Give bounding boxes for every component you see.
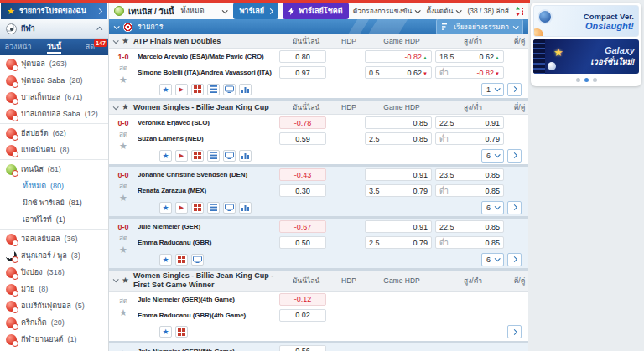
sidebar-subitem-tennis-outright[interactable]: เอาท์ไรท์ (1) [0, 211, 108, 228]
sort-dropdown[interactable]: เรียงอย่างธรรมดา [436, 19, 523, 34]
promo-banner-galaxy[interactable]: ★ Galaxy เวอร์ชั่นใหม่! [533, 39, 639, 74]
sidebar-item-cricket[interactable]: คริกเก็ต (20) [0, 314, 108, 331]
carousel-dot[interactable] [593, 78, 597, 82]
ou-odds-box[interactable]: 23.5 0.85 [435, 168, 504, 181]
ou-odds-box[interactable]: 22.5 0.91 [435, 116, 504, 129]
favorite-icon[interactable]: ★ [159, 254, 172, 266]
lucky-parlay-button[interactable]: พาร์เลย์โชคดี [283, 3, 349, 19]
game-hdp-odds-box[interactable]: 0.91 [365, 168, 432, 181]
favorite-icon[interactable]: ★ [159, 326, 172, 338]
open-match-button[interactable] [507, 201, 522, 214]
sidebar-item-badminton[interactable]: แบดมินตัน (8) [0, 142, 108, 158]
ou-odds-box[interactable]: 22.5 0.85 [435, 220, 504, 233]
play-stream-icon[interactable]: ▶ [175, 202, 188, 214]
ou-odds-box[interactable]: 18.5 0.62▲ [435, 50, 504, 63]
game-hdp-odds-box[interactable]: 0.5 0.62▼ [365, 66, 432, 79]
from-start-dropdown[interactable]: ตั้งแต่ต้น [426, 5, 460, 17]
tab-today[interactable]: วันนี้ [36, 39, 72, 55]
sidebar-item-esports[interactable]: อีสปอร์ต (62) [0, 125, 108, 142]
carousel-dot-active[interactable] [584, 78, 589, 82]
favorite-icon[interactable]: ★ [159, 202, 172, 214]
sidebar-item-snooker[interactable]: สนุกเกอร์ / พูล (3) [0, 247, 108, 264]
ml-odds-box[interactable]: -0.67 [279, 220, 326, 233]
stats-icon[interactable] [207, 84, 220, 95]
favorite-icon[interactable]: ★ [159, 84, 172, 95]
sidebar-item-basketball-saba[interactable]: บาสเกตบอล Saba (12) [0, 106, 108, 122]
bet-grid-icon[interactable] [175, 254, 188, 266]
sidebar-subitem-tennis-mix-parlay[interactable]: มิกซ์ พาร์เลย์ (81) [0, 194, 108, 211]
more-markets-dropdown[interactable]: 1 [481, 83, 504, 96]
ml-odds-box[interactable]: -0.78 [279, 116, 326, 129]
league-star-icon[interactable]: ★ [122, 276, 129, 285]
league-title-group[interactable]: ★ ATP Finals Men Doubles [109, 37, 279, 45]
open-match-button[interactable] [507, 253, 522, 266]
ou-odds-box[interactable]: ต่ำ -0.82▼ [435, 66, 504, 79]
ou-odds-box[interactable]: ต่ำ 0.79 [435, 132, 504, 145]
game-hdp-odds-box[interactable]: 0.85 [365, 116, 432, 129]
match-filter-dropdown[interactable]: ตัวกรองการแข่งขัน [353, 5, 420, 17]
ml-odds-box[interactable]: 0.30 [279, 184, 326, 197]
tab-live[interactable]: สด 147 [72, 39, 108, 55]
collapse-all-chevron-icon[interactable] [114, 23, 120, 29]
bet-grid-icon[interactable] [175, 326, 188, 338]
tv-icon[interactable] [223, 202, 236, 214]
sidebar-item-table-tennis[interactable]: ปิงปอง (318) [0, 264, 108, 281]
tab-early[interactable]: ล่วงหน้า [0, 39, 36, 55]
game-hdp-odds-box[interactable]: 0.91 [365, 220, 432, 233]
play-stream-icon[interactable]: ▶ [175, 150, 188, 162]
ml-odds-box[interactable]: 0.97 [279, 66, 326, 79]
favorites-bar[interactable]: ★ รายการโปรดของฉัน [1, 3, 107, 19]
league-title-group[interactable]: ★ Women Singles - Billie Jean King Cup -… [109, 271, 279, 290]
league-count[interactable]: (38 / 38) ลีกส์ [467, 5, 509, 17]
bet-grid-icon[interactable] [191, 150, 204, 162]
sidebar-item-volleyball[interactable]: วอลเลย์บอล (36) [0, 230, 108, 247]
sidebar-item-american-football[interactable]: อเมริกันฟุตบอล (5) [0, 297, 108, 314]
favorite-star-icon[interactable]: ★ [119, 308, 127, 317]
sidebar-item-baseball[interactable]: เบสบอล (9) [0, 348, 108, 351]
game-hdp-odds-box[interactable]: 3.5 0.79 [365, 184, 432, 197]
bet-grid-icon[interactable] [191, 202, 204, 214]
favorite-star-icon[interactable]: ★ [119, 142, 127, 151]
bet-grid-icon[interactable] [191, 84, 204, 95]
sort-odds-icon[interactable] [516, 7, 523, 16]
league-star-icon[interactable]: ★ [122, 37, 129, 45]
ml-odds-box[interactable]: 0.80 [279, 50, 326, 63]
carousel-dot[interactable] [576, 78, 580, 82]
favorite-star-icon[interactable]: ★ [119, 245, 127, 255]
sidebar-item-tennis[interactable]: เทนนิส (81) [0, 161, 108, 178]
favorite-star-icon[interactable]: ★ [119, 75, 127, 85]
sidebar-item-boxing[interactable]: มวย (8) [0, 281, 108, 297]
more-markets-dropdown[interactable]: 6 [481, 201, 504, 214]
stats-icon[interactable] [207, 150, 220, 162]
stats-icon[interactable] [207, 202, 220, 214]
ml-odds-box[interactable]: -0.12 [279, 293, 326, 306]
sidebar-subitem-tennis-all[interactable]: ทั้งหมด (80) [0, 178, 108, 194]
parlay-button[interactable]: พาร์เลย์ [233, 3, 278, 19]
game-hdp-odds-box[interactable]: -0.82▲ [365, 50, 432, 63]
sports-section-header[interactable]: กีฬา [0, 19, 108, 39]
more-markets-dropdown[interactable]: 6 [481, 253, 504, 266]
tv-icon[interactable] [223, 150, 236, 162]
favorite-icon[interactable]: ★ [159, 150, 172, 162]
ml-odds-box[interactable]: 0.59 [279, 132, 326, 145]
game-hdp-odds-box[interactable]: 2.5 0.79 [365, 236, 432, 249]
ml-odds-box[interactable]: -0.43 [279, 168, 326, 181]
more-markets-dropdown[interactable]: 6 [481, 149, 504, 163]
ml-odds-box[interactable]: 0.02 [279, 309, 326, 322]
open-match-button[interactable] [507, 325, 522, 338]
ml-odds-box[interactable]: 0.56 [279, 345, 326, 351]
ml-odds-box[interactable]: 0.50 [279, 236, 326, 249]
sidebar-item-football-saba[interactable]: ฟุตบอล Saba (28) [0, 72, 108, 89]
open-match-button[interactable] [507, 83, 522, 96]
chart-icon[interactable] [239, 150, 252, 162]
ou-odds-box[interactable]: ต่ำ 0.85 [435, 236, 504, 249]
league-title-group[interactable]: ★ Women Singles - Billie Jean King Cup [109, 103, 279, 111]
sidebar-item-motorsport[interactable]: กีฬายานยนต์ (1) [0, 331, 108, 348]
open-match-button[interactable] [507, 149, 522, 163]
promo-banner-compact[interactable]: Compact Ver. Onslaught! [533, 5, 639, 37]
chart-icon[interactable] [239, 84, 252, 95]
play-stream-icon[interactable]: ▶ [175, 84, 188, 95]
chart-icon[interactable] [239, 202, 252, 214]
sidebar-item-basketball[interactable]: บาสเก็ตบอล (671) [0, 89, 108, 106]
tv-icon[interactable] [191, 254, 204, 266]
